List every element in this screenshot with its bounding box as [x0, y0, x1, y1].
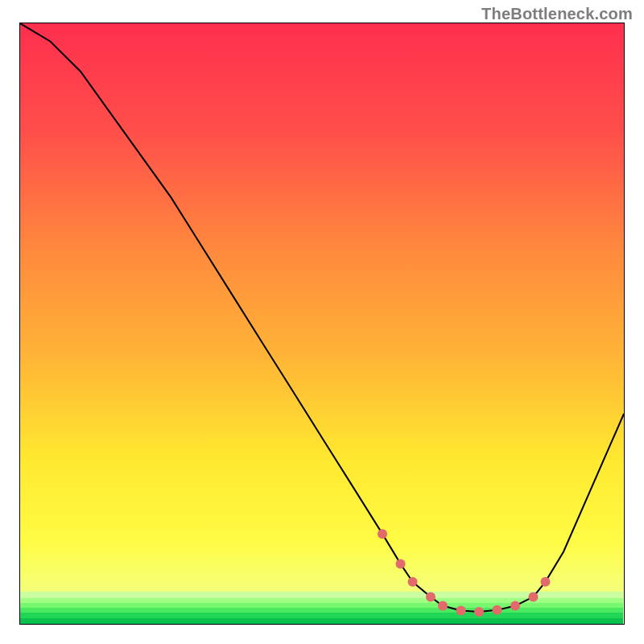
bottleneck-curve [20, 23, 624, 624]
curve-marker [528, 592, 538, 601]
chart-plot-area [19, 23, 625, 625]
curve-marker [456, 606, 466, 616]
curve-path [20, 23, 624, 612]
curve-marker [396, 559, 406, 568]
curve-marker [408, 577, 418, 587]
curve-marker [438, 601, 448, 611]
curve-marker [492, 605, 502, 615]
curve-marker [426, 592, 436, 601]
curve-marker [510, 601, 520, 611]
watermark-text: TheBottleneck.com [481, 5, 633, 23]
curve-marker [474, 607, 484, 617]
curve-marker [378, 529, 387, 539]
curve-marker [540, 577, 550, 587]
